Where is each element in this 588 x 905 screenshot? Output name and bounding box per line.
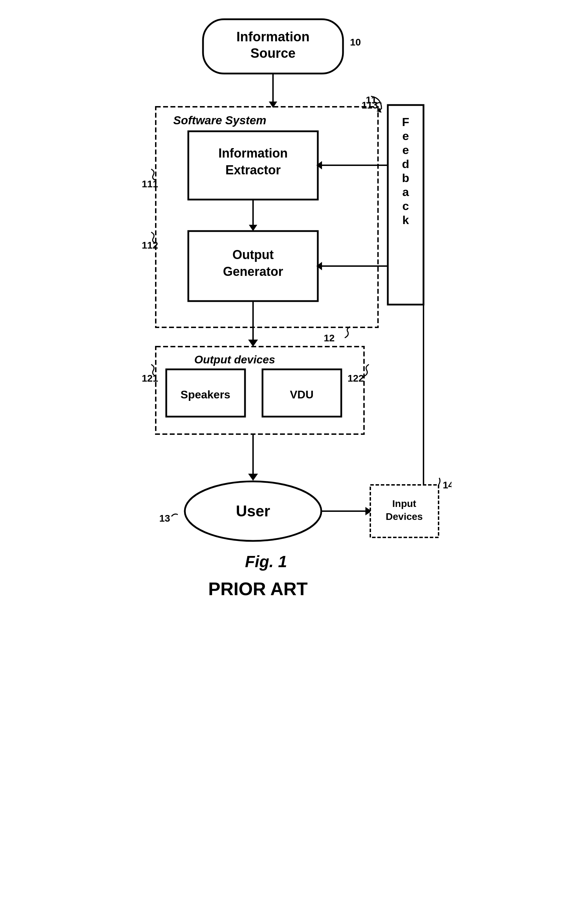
svg-text:Information: Information — [219, 146, 288, 160]
svg-text:Information: Information — [236, 29, 310, 44]
svg-text:Software System: Software System — [173, 114, 266, 127]
svg-text:Output: Output — [232, 248, 274, 262]
svg-point-47 — [185, 481, 321, 541]
svg-text:14: 14 — [443, 479, 452, 491]
svg-rect-52 — [370, 485, 439, 537]
svg-text:VDU: VDU — [290, 388, 314, 401]
svg-text:Input: Input — [392, 498, 416, 509]
svg-text:c: c — [403, 199, 409, 213]
svg-marker-46 — [248, 474, 258, 481]
svg-rect-20 — [388, 105, 423, 305]
svg-text:11: 11 — [366, 95, 377, 105]
svg-text:10: 10 — [350, 37, 361, 48]
svg-marker-7 — [377, 108, 382, 113]
svg-text:User: User — [236, 502, 270, 519]
svg-text:Speakers: Speakers — [181, 388, 230, 401]
diagram-svg: Information Source 10 11 Software System… — [136, 0, 452, 905]
svg-text:Output devices: Output devices — [194, 353, 275, 366]
svg-text:Source: Source — [250, 46, 296, 60]
svg-text:Generator: Generator — [223, 264, 283, 279]
svg-marker-16 — [249, 225, 257, 231]
svg-text:k: k — [403, 213, 409, 227]
svg-rect-0 — [203, 19, 343, 73]
svg-text:a: a — [403, 185, 409, 198]
svg-text:d: d — [402, 157, 409, 170]
svg-text:111: 111 — [142, 179, 158, 189]
svg-rect-41 — [263, 369, 341, 417]
svg-text:112: 112 — [142, 240, 158, 251]
svg-marker-51 — [365, 507, 372, 515]
svg-text:F: F — [402, 115, 409, 129]
svg-marker-5 — [269, 102, 277, 108]
svg-text:Devices: Devices — [386, 511, 423, 522]
svg-text:122: 122 — [347, 373, 364, 384]
svg-text:PRIOR ART: PRIOR ART — [208, 579, 307, 599]
diagram-container: Information Source 10 11 Software System… — [136, 0, 452, 905]
svg-rect-8 — [156, 107, 378, 327]
svg-marker-31 — [316, 161, 322, 170]
svg-text:e: e — [403, 143, 409, 157]
svg-text:e: e — [403, 129, 409, 143]
svg-text:13: 13 — [159, 513, 170, 524]
svg-text:Fig. 1: Fig. 1 — [245, 553, 287, 571]
svg-marker-33 — [316, 262, 322, 270]
svg-rect-39 — [166, 369, 245, 417]
svg-marker-35 — [248, 340, 258, 346]
svg-rect-12 — [188, 131, 318, 200]
svg-text:b: b — [402, 171, 409, 184]
svg-rect-36 — [156, 346, 364, 434]
svg-rect-17 — [188, 231, 318, 301]
svg-text:121: 121 — [142, 373, 158, 384]
svg-text:113: 113 — [361, 100, 378, 111]
svg-text:Extractor: Extractor — [225, 163, 281, 177]
svg-text:12: 12 — [324, 333, 334, 343]
